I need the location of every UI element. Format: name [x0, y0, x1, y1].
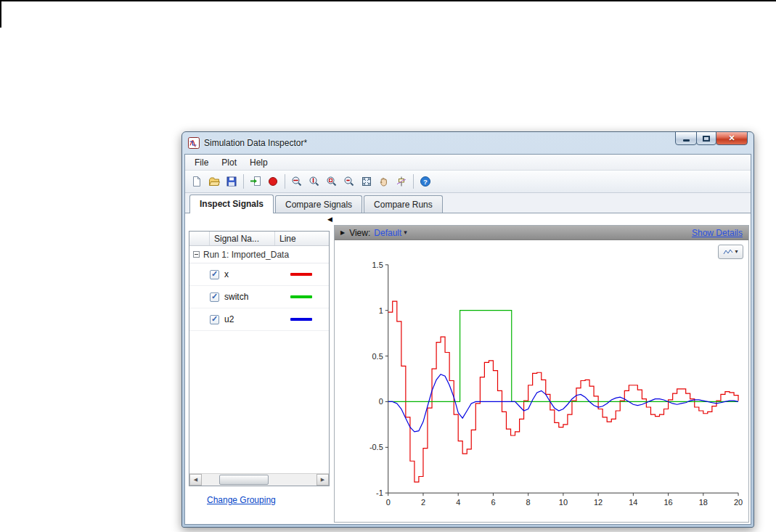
new-file-icon — [191, 176, 203, 187]
scrollbar-thumb[interactable] — [219, 475, 269, 485]
menu-file[interactable]: File — [188, 155, 215, 170]
data-cursor-button[interactable] — [393, 173, 410, 190]
tab-bar: Inspect Signals Compare Signals Compare … — [185, 193, 751, 213]
svg-text:14: 14 — [629, 498, 637, 507]
main-content: Signal Na... Line Run 1: Imported_Data ✓… — [185, 213, 751, 524]
tab-compare-signals[interactable]: Compare Signals — [275, 195, 362, 213]
page-border-top — [0, 0, 776, 1]
run-group-label: Run 1: Imported_Data — [203, 250, 289, 260]
zoom-in-x-icon — [291, 176, 303, 187]
minimize-icon — [683, 139, 690, 142]
fit-to-view-button[interactable] — [358, 173, 375, 190]
close-icon: ✕ — [728, 134, 735, 142]
maximize-button[interactable] — [696, 131, 716, 145]
column-header-blank — [189, 232, 209, 245]
import-data-button[interactable] — [247, 173, 264, 190]
zoom-box-button[interactable] — [323, 173, 340, 190]
expand-arrow-icon[interactable]: ▶ — [340, 230, 345, 236]
tab-compare-runs[interactable]: Compare Runs — [364, 195, 443, 213]
plot-area: ▾ -1-0.500.511.502468101214161820 — [335, 240, 748, 522]
save-button[interactable] — [223, 173, 240, 190]
checkbox-check-icon: ✓ — [211, 270, 218, 278]
svg-text:8: 8 — [526, 498, 531, 507]
titlebar[interactable]: Simulation Data Inspector* ✕ — [182, 132, 753, 154]
line-swatch-x[interactable] — [290, 273, 312, 276]
scroll-right-button[interactable]: ▶ — [316, 474, 329, 486]
window-client-area: File Plot Help — [184, 154, 751, 525]
plot-panel: ▶ View: Default ▾ Show Details ▾ — [334, 225, 749, 523]
app-icon — [188, 137, 200, 149]
scroll-left-icon: ◀ — [194, 477, 197, 483]
sparkline-icon — [723, 248, 733, 255]
fit-to-view-icon — [361, 176, 372, 187]
pan-button[interactable] — [375, 173, 393, 190]
plot-type-dropdown-button[interactable]: ▾ — [718, 245, 743, 259]
view-label: View: — [349, 228, 370, 238]
checkbox-x[interactable]: ✓ — [210, 270, 219, 279]
page-border-left — [0, 0, 1, 28]
record-icon — [267, 176, 279, 187]
svg-text:12: 12 — [594, 498, 603, 507]
checkbox-check-icon: ✓ — [211, 315, 218, 323]
simulation-data-inspector-window: Simulation Data Inspector* ✕ File Plot H… — [181, 131, 754, 528]
save-icon — [226, 176, 237, 187]
toolbar: ? — [185, 171, 751, 193]
column-header-line[interactable]: Line — [274, 232, 329, 245]
scrollbar-track[interactable] — [202, 474, 316, 486]
signal-table-header: Signal Na... Line — [189, 232, 329, 246]
svg-text:0: 0 — [379, 397, 383, 406]
close-button[interactable]: ✕ — [716, 131, 748, 145]
svg-text:-1: -1 — [376, 488, 383, 497]
menu-bar: File Plot Help — [185, 155, 751, 171]
svg-text:0: 0 — [386, 498, 391, 507]
svg-text:2: 2 — [421, 498, 425, 507]
open-file-button[interactable] — [205, 173, 223, 190]
zoom-out-button[interactable] — [340, 173, 358, 190]
horizontal-scrollbar[interactable]: ◀ ▶ — [189, 473, 329, 486]
zoom-in-y-button[interactable] — [306, 173, 323, 190]
menu-help[interactable]: Help — [243, 155, 274, 170]
svg-text:1: 1 — [379, 306, 383, 315]
window-title: Simulation Data Inspector* — [204, 138, 307, 148]
minimize-button[interactable] — [675, 131, 697, 145]
data-cursor-icon — [396, 176, 407, 187]
svg-text:4: 4 — [456, 498, 460, 507]
checkbox-switch[interactable]: ✓ — [210, 292, 219, 302]
svg-text:?: ? — [423, 178, 428, 186]
column-header-signal-name[interactable]: Signal Na... — [209, 232, 274, 245]
signal-row-switch[interactable]: ✓ switch — [189, 286, 329, 308]
import-data-icon — [250, 176, 261, 187]
zoom-box-icon — [326, 176, 338, 187]
signal-row-u2[interactable]: ✓ u2 — [189, 308, 329, 331]
line-swatch-switch[interactable] — [290, 295, 312, 298]
zoom-in-x-button[interactable] — [288, 173, 306, 190]
signal-name-label: switch — [224, 292, 274, 302]
pan-icon — [378, 176, 390, 187]
show-details-link[interactable]: Show Details — [692, 228, 743, 238]
svg-text:10: 10 — [559, 498, 568, 507]
run-group-row[interactable]: Run 1: Imported_Data — [189, 246, 329, 263]
record-button[interactable] — [264, 173, 282, 190]
scroll-left-button[interactable]: ◀ — [189, 474, 202, 486]
svg-text:20: 20 — [734, 498, 743, 507]
signal-table: Signal Na... Line Run 1: Imported_Data ✓… — [189, 231, 330, 486]
zoom-in-y-icon — [309, 176, 320, 187]
change-grouping-link[interactable]: Change Grouping — [207, 495, 276, 505]
scroll-right-icon: ▶ — [321, 477, 324, 483]
checkbox-u2[interactable]: ✓ — [210, 315, 219, 324]
tab-inspect-signals[interactable]: Inspect Signals — [189, 195, 274, 213]
collapse-group-icon[interactable] — [193, 251, 200, 258]
svg-text:18: 18 — [699, 498, 708, 507]
help-button[interactable]: ? — [417, 173, 434, 190]
new-file-button[interactable] — [188, 173, 205, 190]
signal-row-x[interactable]: ✓ x — [189, 263, 329, 286]
view-bar: ▶ View: Default ▾ Show Details — [335, 226, 748, 240]
panel-collapse-arrow-icon[interactable]: ◀ — [327, 216, 332, 223]
line-swatch-u2[interactable] — [290, 318, 312, 321]
view-selector-dropdown[interactable]: Default ▾ — [374, 228, 407, 238]
svg-text:-0.5: -0.5 — [369, 443, 383, 451]
svg-text:1.5: 1.5 — [372, 261, 383, 269]
toolbar-separator — [413, 174, 414, 189]
menu-plot[interactable]: Plot — [215, 155, 243, 170]
zoom-out-icon — [343, 176, 355, 187]
